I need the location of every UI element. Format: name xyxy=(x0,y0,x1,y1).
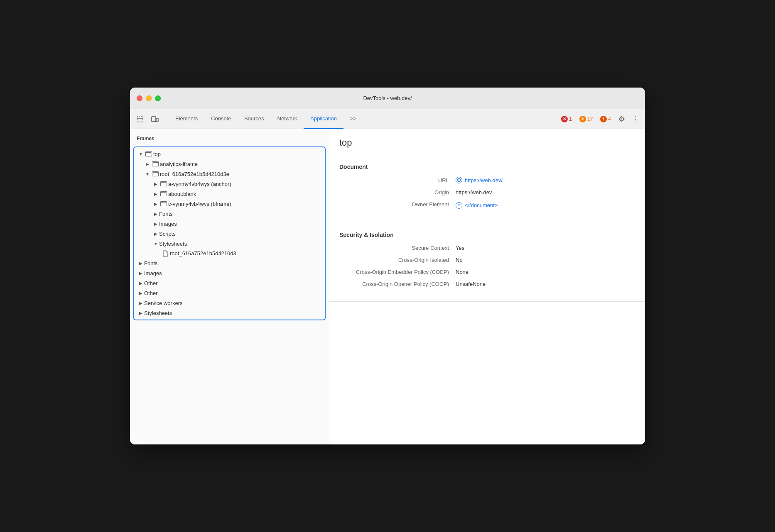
label-images-inner: Images xyxy=(159,221,177,227)
info-badge[interactable]: ℹ 4 xyxy=(598,115,613,123)
tab-elements[interactable]: Elements xyxy=(169,109,204,129)
sidebar-item-scripts[interactable]: Scripts xyxy=(134,229,325,239)
arrow-other-1 xyxy=(137,280,144,286)
arrow-scripts xyxy=(152,230,159,237)
more-options-button[interactable]: ⋮ xyxy=(630,113,642,125)
detail-title: top xyxy=(329,129,645,155)
more-tabs-button[interactable]: >> xyxy=(343,109,363,129)
warning-badge[interactable]: ⚠ 17 xyxy=(577,115,595,123)
sidebar-item-anchor[interactable]: a-vynmy4vb4wys (anchor) xyxy=(134,179,325,189)
sidebar-item-service-workers[interactable]: Service workers xyxy=(134,298,325,308)
secure-context-key: Secure Context xyxy=(339,245,456,251)
sidebar-item-fonts-outer[interactable]: Fonts xyxy=(134,258,325,268)
folder-icon-top xyxy=(145,151,152,156)
warning-icon: ⚠ xyxy=(579,116,586,122)
sidebar-item-analytics-iframe[interactable]: analytics-iframe xyxy=(134,159,325,169)
frame-icon-root616 xyxy=(152,171,159,176)
toolbar: Elements Console Sources Network Applica… xyxy=(130,109,645,129)
tab-sources[interactable]: Sources xyxy=(238,109,271,129)
devtools-window: DevTools - web.dev/ Elements Console Sou… xyxy=(130,88,645,444)
info-count: 4 xyxy=(608,116,611,122)
coep-row: Cross-Origin Embedder Policy (COEP) None xyxy=(339,269,635,275)
secure-context-value: Yes xyxy=(456,245,464,251)
sidebar-item-other-2[interactable]: Other xyxy=(134,288,325,298)
label-analytics-iframe: analytics-iframe xyxy=(160,161,198,167)
error-count: 1 xyxy=(569,116,572,122)
traffic-lights xyxy=(137,95,161,101)
sidebar: Frames top analytics-iframe xyxy=(130,129,329,444)
coop-row: Cross-Origin Opener Policy (COOP) Unsafe… xyxy=(339,281,635,287)
label-top: top xyxy=(153,151,161,157)
svg-rect-3 xyxy=(156,118,158,122)
file-icon xyxy=(162,251,168,256)
url-row: URL https://web.dev/ xyxy=(339,177,635,183)
coep-key: Cross-Origin Embedder Policy (COEP) xyxy=(339,269,456,275)
minimize-button[interactable] xyxy=(146,95,152,101)
cross-origin-isolated-row: Cross-Origin Isolated No xyxy=(339,257,635,263)
arrow-service-workers xyxy=(137,300,144,306)
arrow-stylesheets-inner xyxy=(152,240,159,247)
arrow-fonts-outer xyxy=(137,260,144,266)
frames-panel: top analytics-iframe root_616a752e1b5d42… xyxy=(133,146,326,320)
url-key: URL xyxy=(339,177,456,183)
origin-row: Origin https://web.dev xyxy=(339,189,635,195)
label-stylesheet-file: root_616a752e1b5d4210d3 xyxy=(170,250,236,256)
sidebar-item-other-1[interactable]: Other xyxy=(134,278,325,288)
frame-icon-bframe xyxy=(160,201,167,206)
sidebar-item-images-inner[interactable]: Images xyxy=(134,219,325,229)
close-button[interactable] xyxy=(137,95,142,101)
main-content: Frames top analytics-iframe xyxy=(130,129,645,444)
detail-panel: top Document URL xyxy=(329,129,645,444)
device-toggle-icon[interactable] xyxy=(148,112,162,126)
cursor-icon[interactable] xyxy=(133,112,147,126)
url-link[interactable]: https://web.dev/ xyxy=(465,177,503,183)
window-title: DevTools - web.dev/ xyxy=(363,95,412,101)
arrow-root616 xyxy=(144,171,151,177)
sidebar-item-bframe[interactable]: c-vynmy4vb4wys (bframe) xyxy=(134,199,325,209)
sidebar-item-stylesheets-outer[interactable]: Stylesheets xyxy=(134,308,325,318)
secure-context-row: Secure Context Yes xyxy=(339,245,635,251)
owner-element-row: Owner Element ⊙ <#document> xyxy=(339,201,635,209)
titlebar: DevTools - web.dev/ xyxy=(130,88,645,109)
cross-origin-isolated-key: Cross-Origin Isolated xyxy=(339,257,456,263)
label-other-1: Other xyxy=(144,280,158,286)
tab-bar: Elements Console Sources Network Applica… xyxy=(169,109,557,129)
url-value: https://web.dev/ xyxy=(456,177,503,183)
arrow-images-inner xyxy=(152,220,159,227)
arrow-other-2 xyxy=(137,290,144,296)
security-section-title: Security & Isolation xyxy=(339,232,635,238)
owner-element-link[interactable]: <#document> xyxy=(465,202,498,208)
sidebar-item-stylesheet-file[interactable]: root_616a752e1b5d4210d3 xyxy=(134,249,325,258)
url-link-icon xyxy=(456,177,462,183)
maximize-button[interactable] xyxy=(155,95,161,101)
label-fonts-inner: Fonts xyxy=(159,211,173,217)
sidebar-item-images-outer[interactable]: Images xyxy=(134,268,325,278)
tab-network[interactable]: Network xyxy=(271,109,304,129)
label-stylesheets-inner: Stylesheets xyxy=(159,241,187,247)
label-scripts: Scripts xyxy=(159,231,176,237)
tab-application[interactable]: Application xyxy=(304,109,343,129)
sidebar-frames-label: Frames xyxy=(130,132,329,145)
label-images-outer: Images xyxy=(144,270,162,276)
svg-rect-2 xyxy=(152,117,156,122)
document-section: Document URL https://web.dev/ xyxy=(329,155,645,223)
security-section: Security & Isolation Secure Context Yes … xyxy=(329,223,645,302)
sidebar-item-about-blank[interactable]: about:blank xyxy=(134,189,325,199)
label-bframe: c-vynmy4vb4wys (bframe) xyxy=(168,201,231,207)
tab-console[interactable]: Console xyxy=(204,109,238,129)
cross-origin-isolated-value: No xyxy=(456,257,463,263)
settings-button[interactable]: ⚙ xyxy=(616,113,628,125)
label-service-workers: Service workers xyxy=(144,300,182,306)
error-badge[interactable]: ✕ 1 xyxy=(559,115,574,123)
svg-rect-0 xyxy=(137,116,143,122)
sidebar-item-fonts-inner[interactable]: Fonts xyxy=(134,209,325,219)
sidebar-item-top[interactable]: top xyxy=(134,149,325,159)
arrow-stylesheets-outer xyxy=(137,310,144,316)
arrow-fonts-inner xyxy=(152,210,159,217)
frame-icon-analytics xyxy=(152,161,159,166)
error-icon: ✕ xyxy=(561,116,568,122)
sidebar-item-stylesheets-inner[interactable]: Stylesheets xyxy=(134,239,325,249)
label-other-2: Other xyxy=(144,290,158,296)
info-icon: ℹ xyxy=(600,116,607,122)
sidebar-item-root616[interactable]: root_616a752e1b5d4210d3e xyxy=(134,169,325,179)
